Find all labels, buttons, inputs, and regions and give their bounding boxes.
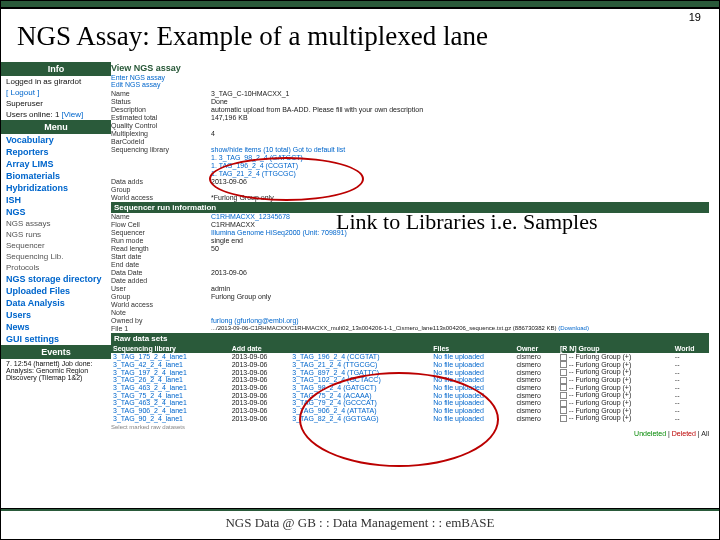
val-run-name[interactable]: C1RHMACXX_12345678 — [211, 213, 290, 220]
cell-tag[interactable]: 3_TAG_79_2_4 (GCCCAT) — [290, 399, 431, 407]
cell-date: 2013-09-06 — [230, 391, 291, 399]
cell-lib[interactable]: 3_TAG_175_2_4_lane1 — [111, 353, 230, 361]
users-online: Users online: 1 [View] — [1, 109, 111, 120]
checkbox-icon[interactable] — [560, 407, 567, 414]
cell-files[interactable]: No file uploaded — [431, 353, 514, 361]
cell-world: -- — [673, 407, 709, 415]
sidebar-item-reporters[interactable]: Reporters — [1, 146, 111, 158]
goto-default-link[interactable]: Got to default list — [293, 146, 346, 153]
val-dataadds: 2013-09-06 — [211, 178, 247, 185]
lbl-user: User — [111, 285, 211, 292]
cell-world: -- — [673, 391, 709, 399]
sidebar-item-ngs[interactable]: NGS — [1, 206, 111, 218]
sidebar-item-vocabulary[interactable]: Vocabulary — [1, 134, 111, 146]
page-number: 19 — [689, 11, 701, 23]
cell-lib[interactable]: 3_TAG_197_2_4_lane1 — [111, 368, 230, 376]
checkbox-icon[interactable] — [560, 369, 567, 376]
top-bar — [1, 1, 719, 9]
cell-files[interactable]: No file uploaded — [431, 391, 514, 399]
view-sublinks[interactable]: Enter NGS assay Edit NGS assay — [111, 74, 709, 90]
cell-date: 2013-09-06 — [230, 414, 291, 422]
cell-tag[interactable]: 3_TAG_906_2_4 (ATTATA) — [290, 407, 431, 415]
val-owned[interactable]: furlong (gfurlong@embl.org) — [211, 317, 299, 324]
sidebar-item-ngs-storage[interactable]: NGS storage directory — [1, 273, 111, 285]
seqlib-item-0[interactable]: 1. 3_TAG_98_2_4 (GATGCT) — [211, 154, 303, 161]
cell-files[interactable]: No file uploaded — [431, 361, 514, 369]
deleted-link[interactable]: Deleted — [672, 430, 696, 437]
sidebar-item-data-analysis[interactable]: Data Analysis — [1, 297, 111, 309]
lbl-status: Status — [111, 98, 211, 105]
th-group: [R N] Group — [558, 344, 673, 353]
cell-files[interactable]: No file uploaded — [431, 384, 514, 392]
undeleted-link[interactable]: Undeleted — [634, 430, 666, 437]
cell-tag[interactable]: 3_TAG_98_2_4 (GATGCT) — [290, 384, 431, 392]
cell-lib[interactable]: 3_TAG_463_2_4_lane1 — [111, 384, 230, 392]
sidebar-item-array-lims[interactable]: Array LIMS — [1, 158, 111, 170]
cell-tag[interactable]: 3_TAG_82_2_4 (GGTGAG) — [290, 414, 431, 422]
checkbox-icon[interactable] — [560, 377, 567, 384]
cell-lib[interactable]: 3_TAG_906_2_4_lane1 — [111, 407, 230, 415]
cell-tag[interactable]: 3_TAG_196_2_4 (CCGTAT) — [290, 353, 431, 361]
sidebar-item-news[interactable]: News — [1, 321, 111, 333]
event-item: 7. 12:54 (harnett) Job done: Analysis: G… — [1, 359, 111, 382]
table-row: 3_TAG_26_2_4_lane12013-09-063_TAG_102_2_… — [111, 376, 709, 384]
val-rgroup: Furlong Group only — [211, 293, 271, 300]
cell-lib[interactable]: 3_TAG_75_2_4_lane1 — [111, 391, 230, 399]
cell-files[interactable]: No file uploaded — [431, 414, 514, 422]
showhide-link[interactable]: show/hide items (10 total) — [211, 146, 291, 153]
cell-tag[interactable]: 3_TAG_102_2_4 (GCTACC) — [290, 376, 431, 384]
checkbox-icon[interactable] — [560, 392, 567, 399]
cell-files[interactable]: No file uploaded — [431, 376, 514, 384]
cell-lib[interactable]: 3_TAG_42_2_4_lane1 — [111, 361, 230, 369]
val-sequencer[interactable]: Illumina Genome HiSeq2000 (Unit: 709891) — [211, 229, 347, 236]
cell-lib[interactable]: 3_TAG_463_2_4_lane1 — [111, 399, 230, 407]
cell-date: 2013-09-06 — [230, 376, 291, 384]
checkbox-icon[interactable] — [560, 400, 567, 407]
all-link[interactable]: All — [701, 430, 709, 437]
sidebar-sub-ngs-runs[interactable]: NGS runs — [1, 229, 111, 240]
sidebar-item-gui-settings[interactable]: GUI settings — [1, 333, 111, 345]
sidebar-item-hybridizations[interactable]: Hybridizations — [1, 182, 111, 194]
cell-lib[interactable]: 3_TAG_90_2_4_lane1 — [111, 414, 230, 422]
checkbox-icon[interactable] — [560, 415, 567, 422]
seqlib-item-2[interactable]: 1. TAG_21_2_4 (TTGCGC) — [211, 170, 296, 177]
cell-lib[interactable]: 3_TAG_26_2_4_lane1 — [111, 376, 230, 384]
checkbox-icon[interactable] — [560, 354, 567, 361]
cell-tag[interactable]: 3_TAG_897_2_4 (TGATTC) — [290, 368, 431, 376]
footer-text: NGS Data @ GB : : Data Management : : em… — [1, 515, 719, 531]
sidebar-item-biomaterials[interactable]: Biomaterials — [1, 170, 111, 182]
cell-owner: cismero — [514, 361, 557, 369]
download-link[interactable]: (Download) — [558, 325, 589, 331]
view-users-link[interactable]: [View] — [62, 110, 84, 119]
sidebar-menu-header: Menu — [1, 120, 111, 134]
sidebar-item-ish[interactable]: ISH — [1, 194, 111, 206]
cell-date: 2013-09-06 — [230, 368, 291, 376]
sidebar-item-uploaded-files[interactable]: Uploaded Files — [1, 285, 111, 297]
cell-owner: cismero — [514, 407, 557, 415]
cell-group: -- Furlong Group (+) — [558, 407, 673, 415]
checkbox-icon[interactable] — [560, 361, 567, 368]
cell-files[interactable]: No file uploaded — [431, 399, 514, 407]
lbl-file1: File 1 — [111, 325, 211, 332]
seqlib-item-1[interactable]: 1. TAG_196_2_4 (CCGTAT) — [211, 162, 298, 169]
cell-group: -- Furlong Group (+) — [558, 414, 673, 422]
checkbox-icon[interactable] — [560, 384, 567, 391]
sidebar-sub-sequencer[interactable]: Sequencer — [1, 240, 111, 251]
sidebar-item-users[interactable]: Users — [1, 309, 111, 321]
cell-tag[interactable]: 3_TAG_75_2_4 (ACAAA) — [290, 391, 431, 399]
val-description: automatic upload from BA-ADD. Please fil… — [211, 106, 423, 113]
sidebar-sub-protocols[interactable]: Protocols — [1, 262, 111, 273]
cell-tag[interactable]: 3_TAG_21_2_4 (TTGCGC) — [290, 361, 431, 369]
cell-owner: cismero — [514, 384, 557, 392]
th-tag — [290, 344, 431, 353]
lbl-estimated: Estimated total — [111, 114, 211, 121]
cell-date: 2013-09-06 — [230, 407, 291, 415]
sidebar-sub-sequencing-lib[interactable]: Sequencing Lib. — [1, 251, 111, 262]
cell-files[interactable]: No file uploaded — [431, 407, 514, 415]
cell-owner: cismero — [514, 391, 557, 399]
cell-owner: cismero — [514, 414, 557, 422]
cell-files[interactable]: No file uploaded — [431, 368, 514, 376]
rawdata-bar: Raw data sets — [111, 333, 709, 344]
sidebar-sub-ngs-assays[interactable]: NGS assays — [1, 218, 111, 229]
logout-link[interactable]: [ Logout ] — [1, 87, 111, 98]
